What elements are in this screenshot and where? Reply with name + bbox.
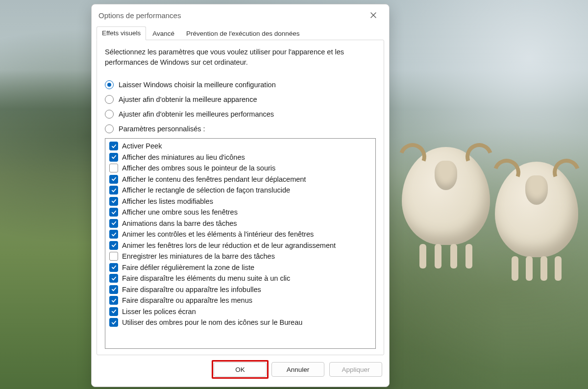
preset-radio-row[interactable]: Ajuster afin d'obtenir la meilleure appa…: [105, 95, 376, 104]
desktop-wallpaper: Options de performances Effets visuelsAv…: [0, 0, 588, 389]
tabstrip: Effets visuelsAvancéPrévention de l'exéc…: [92, 26, 389, 40]
effect-option-row[interactable]: Enregistrer les miniatures de la barre d…: [108, 251, 372, 262]
dialog-button-row: OK Annuler Appliquer: [92, 355, 389, 379]
effect-option-row[interactable]: Afficher le contenu des fenêtres pendant…: [108, 174, 372, 185]
effect-option-label: Afficher des miniatures au lieu d'icônes: [122, 153, 245, 162]
effect-option-label: Enregistrer les miniatures de la barre d…: [122, 252, 275, 261]
effect-option-label: Animations dans la barre des tâches: [122, 219, 237, 228]
checkbox[interactable]: [109, 274, 118, 283]
checkbox[interactable]: [109, 153, 118, 162]
cancel-button[interactable]: Annuler: [271, 362, 324, 377]
preset-radio-row[interactable]: Laisser Windows choisir la meilleure con…: [105, 80, 376, 89]
effect-option-row[interactable]: Afficher le rectangle de sélection de fa…: [108, 185, 372, 196]
effect-option-label: Utiliser des ombres pour le nom des icôn…: [122, 318, 302, 327]
effect-option-label: Faire disparaître les éléments du menu s…: [122, 274, 290, 283]
intro-text: Sélectionnez les paramètres que vous vou…: [105, 47, 360, 68]
effect-option-row[interactable]: Afficher des ombres sous le pointeur de …: [108, 163, 372, 174]
wallpaper-sheep: [402, 147, 490, 245]
radio-indicator[interactable]: [105, 110, 114, 119]
checkbox[interactable]: [109, 219, 118, 228]
effect-option-label: Afficher le contenu des fenêtres pendant…: [122, 175, 306, 184]
checkbox[interactable]: [109, 175, 118, 184]
checkbox[interactable]: [109, 186, 118, 194]
effect-option-label: Activer Peek: [122, 142, 162, 150]
effect-option-row[interactable]: Faire disparaître les éléments du menu s…: [108, 273, 372, 284]
checkbox[interactable]: [109, 307, 118, 316]
checkbox[interactable]: [109, 142, 118, 150]
effect-option-label: Animer les contrôles et les éléments à l…: [122, 230, 314, 239]
window-title: Options de performances: [98, 11, 181, 20]
ok-button-highlight: OK: [214, 362, 267, 377]
performance-options-dialog: Options de performances Effets visuelsAv…: [91, 4, 390, 387]
checkbox[interactable]: [109, 296, 118, 305]
radio-label: Laisser Windows choisir la meilleure con…: [119, 81, 276, 89]
checkbox[interactable]: [109, 285, 118, 294]
effect-option-row[interactable]: Lisser les polices écran: [108, 306, 372, 317]
preset-radio-row[interactable]: Ajuster afin d'obtenir les meilleures pe…: [105, 110, 376, 119]
checkbox[interactable]: [109, 252, 118, 261]
checkbox[interactable]: [109, 164, 118, 172]
effect-option-row[interactable]: Animer les contrôles et les éléments à l…: [108, 229, 372, 240]
preset-radio-row[interactable]: Paramètres personnalisés :: [105, 124, 376, 133]
tab-0[interactable]: Effets visuels: [97, 26, 146, 40]
effect-option-row[interactable]: Faire disparaître ou apparaître les menu…: [108, 295, 372, 306]
radio-indicator[interactable]: [105, 80, 114, 89]
effects-listbox[interactable]: Activer PeekAfficher des miniatures au l…: [105, 138, 376, 349]
effect-option-label: Animer les fenêtres lors de leur réducti…: [122, 241, 336, 250]
checkbox[interactable]: [109, 208, 118, 217]
radio-label: Ajuster afin d'obtenir les meilleures pe…: [119, 110, 274, 118]
effect-option-row[interactable]: Faire disparaître ou apparaître les info…: [108, 284, 372, 295]
apply-button[interactable]: Appliquer: [329, 362, 382, 377]
preset-radio-group: Laisser Windows choisir la meilleure con…: [105, 80, 376, 133]
effect-option-row[interactable]: Faire défiler régulièrement la zone de l…: [108, 262, 372, 273]
effect-option-label: Faire disparaître ou apparaître les info…: [122, 285, 261, 294]
effect-option-label: Lisser les polices écran: [122, 307, 196, 316]
effect-option-label: Afficher une ombre sous les fenêtres: [122, 208, 238, 217]
close-icon: [370, 12, 376, 18]
ok-button[interactable]: OK: [214, 362, 267, 377]
checkbox[interactable]: [109, 263, 118, 272]
tab-1[interactable]: Avancé: [147, 27, 180, 40]
effect-option-row[interactable]: Animations dans la barre des tâches: [108, 218, 372, 229]
effect-option-row[interactable]: Utiliser des ombres pour le nom des icôn…: [108, 317, 372, 328]
effect-option-row[interactable]: Activer Peek: [108, 141, 372, 152]
effect-option-row[interactable]: Afficher des miniatures au lieu d'icônes: [108, 152, 372, 163]
radio-label: Paramètres personnalisés :: [119, 125, 205, 133]
checkbox[interactable]: [109, 230, 118, 239]
radio-label: Ajuster afin d'obtenir la meilleure appa…: [119, 96, 257, 103]
effect-option-label: Afficher le rectangle de sélection de fa…: [122, 186, 290, 194]
effect-option-row[interactable]: Afficher une ombre sous les fenêtres: [108, 207, 372, 218]
tab-2[interactable]: Prévention de l'exécution des données: [181, 27, 305, 40]
checkbox[interactable]: [109, 197, 118, 206]
effect-option-label: Faire défiler régulièrement la zone de l…: [122, 263, 254, 272]
effect-option-label: Afficher les listes modifiables: [122, 197, 213, 206]
close-button[interactable]: [365, 8, 382, 22]
visual-effects-panel: Sélectionnez les paramètres que vous vou…: [97, 40, 384, 355]
wallpaper-sheep: [495, 162, 578, 257]
effect-option-row[interactable]: Afficher les listes modifiables: [108, 196, 372, 207]
checkbox[interactable]: [109, 241, 118, 250]
radio-indicator[interactable]: [105, 95, 114, 104]
radio-indicator[interactable]: [105, 124, 114, 133]
effect-option-label: Afficher des ombres sous le pointeur de …: [122, 164, 275, 172]
checkbox[interactable]: [109, 318, 118, 327]
titlebar: Options de performances: [92, 4, 389, 26]
effect-option-row[interactable]: Animer les fenêtres lors de leur réducti…: [108, 240, 372, 251]
effect-option-label: Faire disparaître ou apparaître les menu…: [122, 296, 252, 305]
